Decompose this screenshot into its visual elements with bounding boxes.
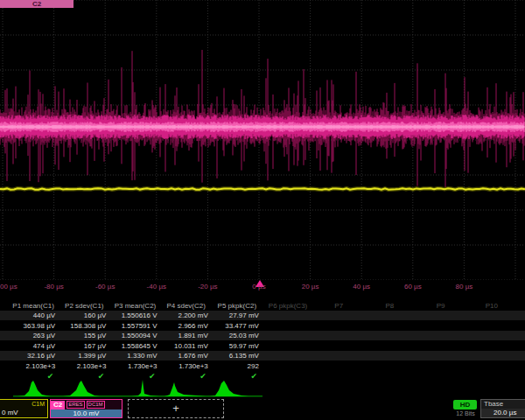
param-value	[313, 331, 364, 340]
param-value	[466, 321, 517, 331]
param-value	[262, 361, 313, 371]
add-trace-button[interactable]: +	[128, 399, 224, 418]
param-value: 25.03 mV	[212, 331, 262, 340]
histicon	[131, 380, 159, 396]
param-value	[416, 361, 466, 371]
histicon	[18, 381, 51, 396]
param-value: 59.97 mV	[212, 341, 262, 351]
param-header-p9[interactable]: P9	[416, 301, 466, 311]
timebase-value: 20.0 µs	[481, 409, 525, 417]
c1-coupling-label: C1M	[0, 400, 47, 409]
time-tick-label: 0 µs	[252, 283, 265, 290]
param-value: 160 µV	[59, 311, 109, 320]
param-value	[313, 351, 364, 360]
param-value: 167 µV	[59, 341, 109, 351]
stat-row: 440 µV160 µV1.550616 V2.200 mV27.97 mV	[0, 311, 525, 320]
param-value: 33.477 mV	[212, 321, 262, 331]
stat-row: 32.16 µV1.399 µV1.330 mV1.676 mV6.135 mV	[0, 351, 525, 360]
param-value: 1.676 mV	[161, 351, 212, 360]
stat-row: 363.98 µV158.308 µV1.557591 V2.966 mV33.…	[0, 321, 525, 331]
param-value: 2.200 mV	[161, 311, 212, 320]
param-value	[364, 351, 415, 360]
waveform-grid	[0, 0, 525, 280]
stat-row: 2.103e+32.103e+31.730e+31.730e+3292	[0, 361, 525, 371]
param-header-p6[interactable]: P6 pkpk(C3)	[262, 301, 313, 311]
channel-c2-descriptor[interactable]: C2 ERES DC1M 10.0 mV	[50, 399, 122, 418]
param-value	[313, 311, 364, 320]
param-value	[416, 341, 466, 351]
stat-row: 474 µV167 µV1.558645 V10.031 mV59.97 mV	[0, 341, 525, 351]
param-value: 1.891 mV	[161, 331, 212, 340]
param-value: 2.966 mV	[161, 321, 212, 331]
param-value: 1.730e+3	[161, 361, 212, 371]
param-value: 1.330 mV	[109, 351, 160, 360]
time-tick-label: -60 µs	[95, 283, 115, 290]
param-value	[262, 351, 313, 360]
param-value	[262, 321, 313, 331]
param-value	[313, 361, 364, 371]
param-header-p4[interactable]: P4 sdev(C2)	[161, 301, 212, 311]
time-tick-label: 40 µs	[353, 283, 370, 290]
param-header-p3[interactable]: P3 mean(C2)	[109, 301, 160, 311]
param-value: 2.103e+3	[59, 361, 109, 371]
param-value	[466, 341, 517, 351]
param-value: 32.16 µV	[8, 351, 59, 360]
param-value	[466, 331, 517, 340]
param-value: 1.558645 V	[109, 341, 160, 351]
param-header-p1[interactable]: P1 mean(C1)	[8, 301, 59, 311]
param-value: 27.97 mV	[212, 311, 262, 320]
time-tick-label: -80 µs	[44, 283, 63, 290]
param-header-p7[interactable]: P7	[313, 301, 364, 311]
timebase-descriptor[interactable]: Tbase 20.0 µs	[480, 399, 525, 418]
histicon	[210, 381, 248, 396]
param-value	[262, 341, 313, 351]
param-value: 474 µV	[8, 341, 59, 351]
timebase-label: Tbase	[481, 400, 525, 409]
descriptor-bar: C1M 0 mV C2 ERES DC1M 10.0 mV + HD 12 Bi…	[0, 398, 525, 420]
param-value	[313, 341, 364, 351]
hd-mode-badge[interactable]: HD	[453, 400, 477, 410]
param-value	[466, 351, 517, 360]
oscilloscope-screen: C2 00 µs-80 µs-60 µs-40 µs-20 µs0 µs20 µ…	[0, 0, 525, 420]
param-header-p5[interactable]: P5 pkpk(C2)	[212, 301, 262, 311]
param-value: 6.135 mV	[212, 351, 262, 360]
stat-row: 263 µV155 µV1.550094 V1.891 mV25.03 mV	[0, 331, 525, 340]
param-value	[262, 331, 313, 340]
param-value	[364, 321, 415, 331]
hd-bits-label: 12 Bits	[447, 410, 484, 416]
time-tick-label: 20 µs	[302, 283, 319, 290]
time-tick-label: -40 µs	[147, 283, 166, 290]
param-value	[364, 361, 415, 371]
param-value: 363.98 µV	[8, 321, 59, 331]
time-tick-label: 60 µs	[404, 283, 422, 290]
param-value	[466, 361, 517, 371]
time-tick-label: 80 µs	[456, 283, 473, 290]
histicon	[63, 381, 100, 396]
top-left-channel-tab[interactable]: C2	[0, 0, 74, 8]
c2-channel-badge: C2	[51, 401, 65, 410]
param-value: 1.550616 V	[109, 311, 160, 320]
param-value	[416, 331, 466, 340]
param-value: 1.730e+3	[109, 361, 160, 371]
c2-eres-badge: ERES	[66, 401, 84, 409]
param-value	[364, 331, 415, 340]
param-value: 1.557591 V	[109, 321, 160, 331]
param-value: 10.031 mV	[161, 341, 212, 351]
param-value	[416, 311, 466, 320]
param-value: 2.103e+3	[8, 361, 59, 371]
parameter-histicons	[0, 379, 525, 399]
param-header-p2[interactable]: P2 sdev(C1)	[59, 301, 109, 311]
param-value	[262, 311, 313, 320]
time-tick-label: 00 µs	[0, 283, 18, 290]
param-value	[416, 351, 466, 360]
param-value	[364, 341, 415, 351]
c2-coupling-badge: DC1M	[87, 401, 105, 409]
param-value: 292	[212, 361, 262, 371]
param-header-p10[interactable]: P10	[466, 301, 517, 311]
histicon	[164, 382, 206, 396]
c1-scale-value: 0 mV	[0, 409, 47, 417]
channel-c1-descriptor[interactable]: C1M 0 mV	[0, 399, 48, 418]
param-header-p8[interactable]: P8	[364, 301, 415, 311]
param-value	[416, 321, 466, 331]
param-value	[313, 321, 364, 331]
